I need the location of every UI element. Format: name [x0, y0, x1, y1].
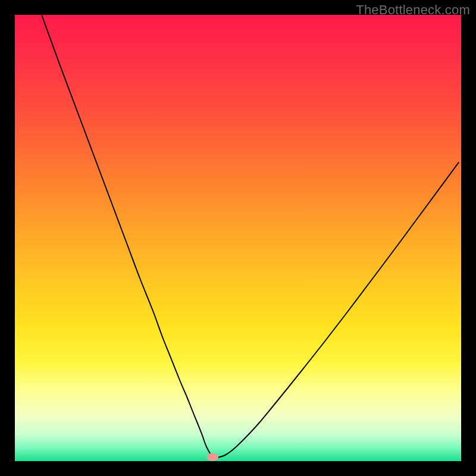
outer-frame: TheBottleneck.com [0, 0, 476, 476]
gradient-background [15, 15, 461, 461]
watermark-text: TheBottleneck.com [356, 2, 470, 18]
bottleneck-chart [15, 15, 461, 461]
minimum-marker [207, 453, 219, 462]
